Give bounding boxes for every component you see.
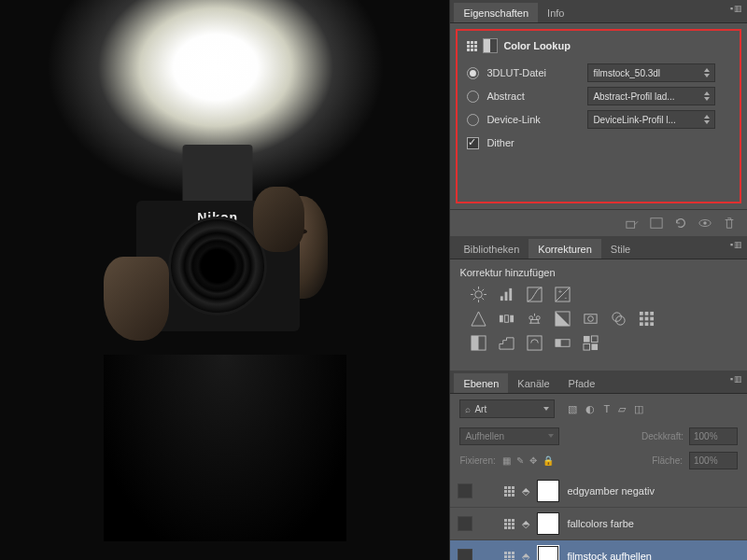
layer-row[interactable]: ⬘ edgyamber negativ — [450, 475, 747, 508]
clip-to-layer-icon[interactable] — [626, 217, 639, 230]
radio-abstract[interactable] — [467, 91, 479, 103]
tab-properties[interactable]: Eigenschaften — [454, 3, 538, 22]
photo-subject: Nikon — [104, 168, 346, 523]
panel-stack: Eigenschaften Info ▪▥ Color Lookup 3DLUT… — [449, 0, 747, 560]
visibility-toggle[interactable] — [458, 549, 472, 560]
svg-rect-31 — [645, 312, 649, 315]
tab-corrections[interactable]: Korrekturen — [529, 239, 600, 259]
layer-adj-icon — [504, 486, 514, 497]
svg-rect-1 — [651, 218, 662, 229]
visibility-toggle[interactable] — [458, 483, 472, 498]
dropdown-devicelink[interactable]: DeviceLink-Profil l... — [587, 110, 715, 129]
svg-point-23 — [529, 316, 533, 320]
svg-line-9 — [473, 289, 475, 291]
view-previous-icon[interactable] — [650, 217, 663, 230]
svg-rect-20 — [500, 315, 503, 323]
svg-point-29 — [616, 316, 625, 325]
blend-opacity-row: Aufhellen Deckkraft: 100% — [450, 424, 747, 449]
filter-adjust-icon[interactable]: ◐ — [585, 403, 595, 415]
svg-point-4 — [475, 291, 483, 299]
hue-icon[interactable] — [499, 311, 514, 327]
lock-all-icon[interactable]: 🔒 — [543, 455, 554, 466]
opacity-input[interactable]: 100% — [689, 427, 738, 445]
properties-footer — [450, 209, 747, 236]
layer-name[interactable]: filmstock aufhellen — [567, 551, 652, 560]
svg-line-11 — [483, 289, 485, 291]
corrections-tabs: Bibliotheken Korrekturen Stile ▪▥ — [450, 236, 747, 259]
svg-rect-46 — [584, 343, 590, 350]
tab-libraries[interactable]: Bibliotheken — [454, 239, 529, 259]
link-mask-icon[interactable]: ⬘ — [522, 551, 529, 561]
layer-mask-thumb[interactable] — [537, 480, 559, 502]
curves-icon[interactable] — [527, 287, 543, 302]
invert-icon[interactable] — [471, 335, 486, 351]
corrections-title: Korrektur hinzufügen — [459, 267, 738, 278]
tab-layers[interactable]: Ebenen — [454, 373, 508, 393]
radio-devicelink[interactable] — [467, 114, 479, 126]
layer-filter-type[interactable]: Art — [459, 399, 555, 418]
dropdown-abstract[interactable]: Abstract-Profil lad... — [587, 87, 715, 105]
tab-styles[interactable]: Stile — [601, 239, 640, 259]
lock-label: Fixieren: — [459, 455, 495, 466]
checkbox-dither[interactable] — [467, 137, 479, 149]
filter-smart-icon[interactable]: ◫ — [634, 403, 643, 415]
exposure-icon[interactable]: +- — [555, 287, 571, 302]
gradient-map-icon[interactable] — [555, 335, 571, 351]
properties-title: Color Lookup — [503, 40, 571, 51]
panel-menu-icon[interactable]: ▪▥ — [730, 4, 743, 13]
panel-menu-icon-2[interactable]: ▪▥ — [730, 240, 743, 249]
threshold-icon[interactable] — [527, 335, 543, 351]
layer-mask-thumb[interactable] — [537, 512, 559, 535]
tab-paths[interactable]: Pfade — [559, 373, 605, 393]
tab-info[interactable]: Info — [538, 3, 573, 22]
levels-icon[interactable] — [499, 287, 514, 302]
document-viewport[interactable]: Nikon — [0, 0, 449, 560]
svg-text:-: - — [565, 293, 568, 301]
filter-pixel-icon[interactable]: ▧ — [568, 403, 577, 415]
svg-rect-22 — [511, 315, 514, 323]
layer-row[interactable]: ⬘ filmstock aufhellen — [450, 540, 747, 560]
layer-row[interactable]: ⬘ fallcolors farbe — [450, 508, 747, 540]
delete-icon[interactable] — [723, 217, 736, 230]
photo-filter-icon[interactable] — [583, 311, 599, 327]
reset-icon[interactable] — [674, 217, 687, 230]
filter-shape-icon[interactable]: ▱ — [618, 403, 626, 415]
fill-input[interactable]: 100% — [689, 452, 738, 469]
blend-mode-select[interactable]: Aufhellen — [459, 427, 559, 445]
layer-name[interactable]: edgyamber negativ — [567, 485, 655, 497]
layer-name[interactable]: fallcolors farbe — [567, 518, 634, 529]
radio-3dlut[interactable] — [467, 67, 479, 79]
bw-icon[interactable] — [555, 311, 571, 327]
svg-rect-45 — [592, 336, 599, 343]
tab-channels[interactable]: Kanäle — [508, 373, 558, 393]
visibility-icon[interactable] — [698, 217, 712, 230]
svg-rect-26 — [585, 315, 597, 323]
lock-position-icon[interactable]: ✥ — [529, 455, 537, 466]
app-root: Nikon Eigenschaften Info ▪▥ Color Lookup… — [0, 0, 747, 560]
visibility-toggle[interactable] — [458, 516, 472, 531]
lock-transparent-icon[interactable]: ▦ — [502, 455, 511, 466]
svg-rect-33 — [640, 317, 643, 321]
brightness-icon[interactable] — [471, 287, 486, 302]
panel-menu-icon-3[interactable]: ▪▥ — [730, 374, 743, 384]
label-3dlut: 3DLUT-Datei — [486, 67, 587, 78]
label-devicelink: Device-Link — [486, 114, 587, 125]
link-mask-icon[interactable]: ⬘ — [522, 485, 529, 497]
mask-icon[interactable] — [483, 38, 498, 53]
lock-paint-icon[interactable]: ✎ — [516, 455, 524, 466]
svg-rect-14 — [505, 292, 508, 301]
vibrance-icon[interactable] — [471, 311, 486, 327]
channel-mixer-icon[interactable] — [611, 311, 627, 327]
selective-color-icon[interactable] — [583, 335, 599, 351]
svg-rect-40 — [472, 336, 479, 350]
corrections-panel: Korrektur hinzufügen +- — [450, 259, 747, 371]
svg-rect-38 — [651, 322, 655, 326]
layer-mask-thumb[interactable] — [537, 545, 559, 560]
color-lookup-icon[interactable] — [639, 311, 655, 327]
filter-type-icon[interactable]: T — [603, 403, 610, 415]
link-mask-icon[interactable]: ⬘ — [522, 518, 529, 530]
posterize-icon[interactable] — [499, 335, 514, 351]
layer-list: ⬘ edgyamber negativ ⬘ fallcolors farbe ⬘… — [450, 475, 747, 560]
dropdown-3dlut[interactable]: filmstock_50.3dl — [587, 63, 715, 82]
color-balance-icon[interactable] — [527, 311, 543, 327]
